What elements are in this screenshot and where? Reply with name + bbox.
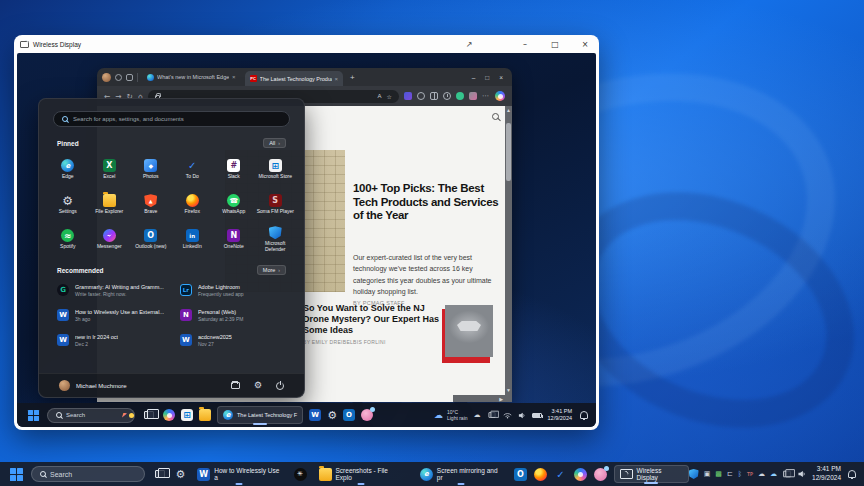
settings-gear-icon[interactable]: ⚙ (327, 410, 337, 421)
firefox-icon[interactable] (534, 468, 547, 481)
pinned-app-onenote[interactable]: OneNote (213, 222, 255, 257)
extension-icon[interactable] (456, 92, 464, 100)
scroll-right-icon[interactable]: ▶ (499, 395, 503, 403)
settings-gear-icon[interactable]: ⚙ (254, 381, 262, 390)
camera-icon[interactable]: ▣ (704, 471, 711, 478)
gpu-icon[interactable]: ▩ (715, 471, 722, 478)
read-aloud-icon[interactable]: A (378, 93, 382, 100)
browser-maximize-button[interactable]: □ (485, 74, 489, 81)
more-button[interactable]: More › (257, 265, 286, 275)
edge-taskbar-button[interactable]: Screen mirroring and pr (415, 465, 507, 483)
clock[interactable]: 3:41 PM 12/9/2024 (548, 408, 572, 423)
taskbar-search-box[interactable] (47, 408, 135, 423)
onedrive-icon[interactable]: ☁ (770, 471, 777, 478)
wireless-display-taskbar-button[interactable]: Wireless Display (614, 465, 689, 483)
tp-utility-icon[interactable]: TP (747, 472, 753, 477)
recommended-doc[interactable]: acdcnew2025Nov 27 (172, 329, 294, 351)
pinned-app-store[interactable]: Microsoft Store (255, 152, 297, 187)
pinned-app-photos[interactable]: Photos (130, 152, 172, 187)
extension-icon[interactable] (417, 92, 425, 100)
start-button[interactable] (25, 407, 41, 423)
browser-close-button[interactable]: × (499, 74, 503, 81)
copilot-icon[interactable] (495, 91, 505, 101)
user-profile-button[interactable]: Michael Muchmore (59, 380, 127, 391)
weather-widget[interactable]: ☁ 10°C Light rain (434, 409, 468, 422)
tab-close-icon[interactable]: × (335, 76, 339, 82)
pinned-app-messenger[interactable]: Messenger (89, 222, 131, 257)
power-icon[interactable] (276, 382, 284, 390)
people-icon[interactable] (361, 409, 373, 421)
window-titlebar[interactable]: Wireless Display ↗ – □ × (14, 35, 599, 53)
clock[interactable]: 3:41 PM 12/9/2024 (812, 465, 841, 483)
extension-icon[interactable] (469, 92, 477, 100)
word-taskbar-button[interactable]: How to Wirelessly Use a (192, 465, 286, 483)
close-button[interactable]: × (577, 40, 593, 49)
pinned-app-brave[interactable]: Brave (130, 187, 172, 222)
pinned-app-todo[interactable]: To Do (172, 152, 214, 187)
taskbar-search-input[interactable] (50, 471, 130, 478)
cast-screen-icon[interactable] (488, 412, 495, 418)
settings-gear-icon[interactable]: ⚙ (175, 469, 185, 480)
extension-icon[interactable] (404, 92, 412, 100)
word-icon[interactable] (309, 409, 321, 421)
notification-bell-icon[interactable] (580, 411, 588, 419)
tab-close-icon[interactable]: × (232, 74, 236, 80)
documents-folder-icon[interactable] (231, 382, 240, 389)
chatgpt-icon[interactable] (294, 468, 307, 481)
maximize-button[interactable]: □ (547, 40, 563, 49)
profile-avatar[interactable] (102, 73, 111, 82)
pinned-app-excel[interactable]: Excel (89, 152, 131, 187)
copilot-icon[interactable] (163, 409, 175, 421)
new-tab-button[interactable]: + (347, 73, 358, 82)
pinned-app-outlook[interactable]: Outlook (new) (130, 222, 172, 257)
pinned-app-settings[interactable]: Settings (47, 187, 89, 222)
todo-icon[interactable] (554, 468, 567, 481)
edge-taskbar-button[interactable]: The Latest Technology F (217, 406, 303, 424)
explorer-taskbar-button[interactable]: Screenshots - File Explo (314, 465, 408, 483)
pinned-app-explorer[interactable]: File Explorer (89, 187, 131, 222)
cloud-icon[interactable]: ☁ (758, 471, 765, 478)
battery-icon[interactable] (532, 413, 542, 418)
bluetooth-icon[interactable]: ᛒ (738, 471, 742, 478)
pinned-app-whatsapp[interactable]: WhatsApp (213, 187, 255, 222)
defender-shield-icon[interactable] (689, 469, 699, 479)
horizontal-scrollbar[interactable]: ▶ (453, 395, 505, 402)
tab-whats-new[interactable]: What's new in Microsoft Edge × (142, 70, 241, 85)
scrollbar-thumb[interactable] (506, 123, 511, 181)
notification-bell-icon[interactable] (848, 470, 856, 478)
pinned-app-linkedin[interactable]: LinkedIn (172, 222, 214, 257)
start-button[interactable] (8, 466, 24, 482)
history-icon[interactable] (443, 92, 451, 100)
outlook-icon[interactable] (514, 468, 527, 481)
split-screen-icon[interactable] (430, 92, 438, 100)
favorite-star-icon[interactable]: ☆ (387, 93, 392, 100)
tab-pcmag[interactable]: PC The Latest Technology Product R × (245, 71, 344, 86)
microsoft-store-icon[interactable] (181, 409, 193, 421)
browser-minimize-button[interactable]: – (472, 74, 476, 81)
people-icon[interactable] (594, 468, 607, 481)
speaker-icon[interactable] (518, 412, 526, 419)
recommended-doc[interactable]: new in lr 2024 octDec 2 (49, 329, 172, 351)
usb-icon[interactable]: ⊏ (727, 471, 733, 478)
pinned-app-edge[interactable]: Edge (47, 152, 89, 187)
pinned-app-soma[interactable]: Soma FM Player (255, 187, 297, 222)
tab-actions-icon[interactable] (126, 74, 133, 81)
start-search-box[interactable] (53, 111, 290, 127)
taskbar-search-box[interactable] (31, 466, 145, 482)
cast-screen-icon[interactable] (783, 471, 791, 477)
taskbar-search-input[interactable] (66, 412, 118, 418)
more-menu-icon[interactable]: ⋯ (482, 92, 490, 100)
article-title[interactable]: 100+ Top Picks: The Best Tech Products a… (353, 182, 499, 223)
recommended-lightroom[interactable]: Adobe LightroomFrequently used app (172, 279, 294, 301)
minimize-button[interactable]: – (517, 40, 533, 49)
scroll-down-icon[interactable]: ▼ (506, 386, 511, 394)
recommended-grammarly[interactable]: Grammarly: AI Writing and Gramm...Write … (49, 279, 172, 301)
article-title[interactable]: So You Want to Solve the NJ Drone Myster… (303, 303, 449, 336)
copilot-icon[interactable] (574, 468, 587, 481)
fullscreen-button[interactable]: ↗ (461, 40, 477, 49)
scroll-up-icon[interactable]: ▲ (506, 106, 511, 114)
all-apps-button[interactable]: All › (263, 138, 286, 148)
article-thumbnail[interactable] (445, 305, 493, 359)
cloud-icon[interactable]: ☁ (474, 412, 481, 419)
outlook-icon[interactable] (343, 409, 355, 421)
